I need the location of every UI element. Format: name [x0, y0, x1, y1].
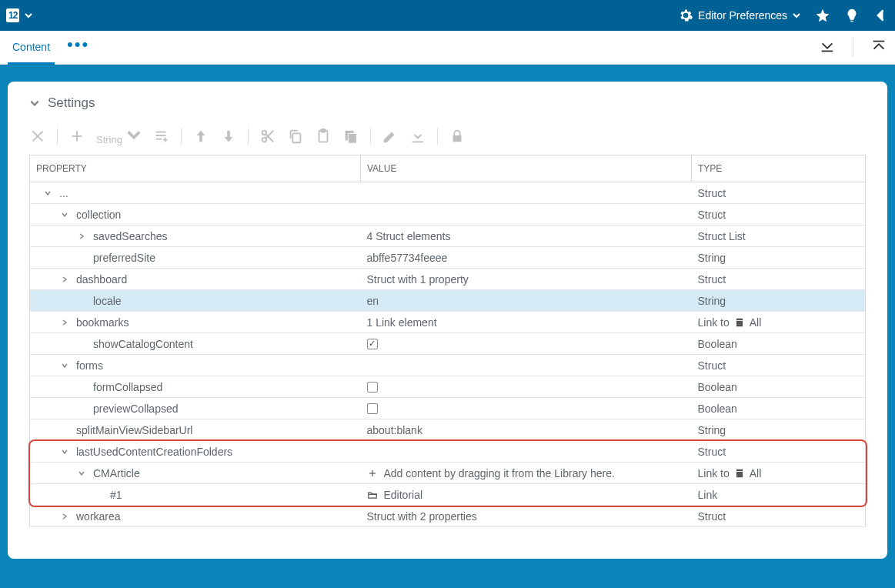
- list-add-icon: [153, 128, 170, 145]
- lock-icon: [449, 128, 466, 145]
- type-text: String: [698, 252, 726, 264]
- separator: [248, 128, 249, 145]
- editor-preferences-label: Editor Preferences: [698, 9, 787, 22]
- collapse-panel-button[interactable]: [873, 8, 889, 23]
- gear-icon: [678, 8, 693, 23]
- type-text: Link to: [698, 467, 730, 479]
- chevron-right-icon[interactable]: [59, 319, 70, 326]
- paste-icon: [315, 128, 332, 145]
- move-down-button[interactable]: [220, 128, 237, 145]
- table-row[interactable]: dashboardStruct with 1 propertyStruct: [30, 269, 866, 290]
- table-row[interactable]: savedSearches4 Struct elementsStruct Lis…: [30, 226, 866, 247]
- copy-icon: [287, 128, 304, 145]
- type-selector[interactable]: String: [96, 126, 142, 145]
- value-text: 4 Struct elements: [367, 230, 451, 242]
- section-header[interactable]: Settings: [29, 95, 866, 111]
- chevron-right-icon[interactable]: [59, 513, 70, 520]
- chevron-down-icon[interactable]: [59, 448, 70, 456]
- property-name: CMArticle: [93, 467, 140, 479]
- value-text: en: [367, 295, 379, 307]
- cut-button[interactable]: [259, 128, 276, 145]
- svg-rect-15: [292, 133, 300, 142]
- type-text: Struct: [698, 209, 726, 221]
- table-row[interactable]: preferredSiteabffe57734feeeeString: [30, 247, 866, 269]
- settings-table: PROPERTY VALUE TYPE ...StructcollectionS…: [29, 155, 866, 527]
- col-property[interactable]: PROPERTY: [30, 155, 361, 182]
- svg-rect-19: [348, 133, 356, 143]
- table-row[interactable]: bookmarks1 Link elementLink to All: [30, 312, 866, 333]
- value-text: about:blank: [367, 424, 422, 436]
- table-row[interactable]: showCatalogContentBoolean: [30, 333, 866, 355]
- section-title: Settings: [48, 95, 95, 111]
- separator: [57, 128, 58, 145]
- table-row[interactable]: CMArticle Add content by dragging it fro…: [30, 463, 866, 484]
- property-name: workarea: [76, 510, 121, 523]
- delete-button[interactable]: [29, 128, 46, 145]
- table-row[interactable]: localeenString: [30, 290, 866, 312]
- document-icon: [734, 317, 745, 328]
- logo-dropdown[interactable]: [24, 11, 33, 20]
- table-row[interactable]: ...Struct: [30, 182, 866, 204]
- svg-rect-20: [453, 135, 461, 142]
- value-text: Struct with 1 property: [367, 273, 469, 286]
- tab-content[interactable]: Content: [8, 30, 55, 65]
- chevron-down-bar-icon: [819, 38, 836, 55]
- property-name: lastUsedContentCreationFolders: [76, 446, 232, 458]
- lightbulb-icon: [844, 8, 860, 23]
- edit-button[interactable]: [382, 128, 399, 145]
- property-name: preferredSite: [93, 252, 155, 264]
- star-icon: [815, 8, 830, 23]
- value-text: abffe57734feeee: [367, 252, 448, 264]
- chevron-down-icon[interactable]: [59, 211, 70, 219]
- svg-rect-21: [736, 318, 743, 326]
- list-button[interactable]: [153, 128, 170, 145]
- value-text: Add content by dragging it from the Libr…: [384, 467, 615, 479]
- type-text: Boolean: [698, 403, 737, 415]
- arrow-down-icon: [220, 128, 237, 145]
- table-row[interactable]: workareaStruct with 2 propertiesStruct: [30, 506, 866, 527]
- chevron-down-icon[interactable]: [42, 189, 53, 197]
- svg-rect-17: [321, 129, 326, 132]
- add-button[interactable]: [68, 128, 85, 145]
- tab-more-button[interactable]: •••: [67, 35, 89, 55]
- table-row[interactable]: splitMainViewSidebarUrlabout:blankString: [30, 419, 866, 441]
- chevron-right-icon[interactable]: [59, 276, 70, 283]
- chevron-down-icon: [125, 126, 142, 143]
- download-button[interactable]: [409, 128, 426, 145]
- type-text: Struct: [698, 359, 726, 372]
- download-icon: [409, 128, 426, 145]
- expand-down-button[interactable]: [819, 38, 836, 57]
- type-suffix: All: [750, 467, 762, 479]
- value-text: 1 Link element: [367, 316, 437, 329]
- table-row[interactable]: lastUsedContentCreationFoldersStruct: [30, 441, 866, 463]
- chevron-left-icon: [873, 8, 889, 23]
- move-up-button[interactable]: [192, 128, 209, 145]
- favorites-button[interactable]: [815, 8, 830, 23]
- property-name: showCatalogContent: [93, 338, 193, 350]
- scissors-icon: [259, 128, 276, 145]
- hints-button[interactable]: [844, 8, 860, 23]
- lock-button[interactable]: [449, 128, 466, 145]
- editor-preferences-menu[interactable]: Editor Preferences: [678, 8, 801, 23]
- struct-toolbar: String: [29, 126, 866, 145]
- table-row[interactable]: formsStruct: [30, 355, 866, 376]
- copy-button[interactable]: [287, 128, 304, 145]
- type-text: Link to: [698, 316, 730, 329]
- paste-button[interactable]: [315, 128, 332, 145]
- chevron-right-icon[interactable]: [76, 232, 87, 240]
- property-name: bookmarks: [76, 316, 129, 329]
- table-row[interactable]: #1 EditorialLink: [30, 484, 866, 506]
- checkbox-checked-icon: [367, 339, 378, 349]
- duplicate-button[interactable]: [342, 128, 359, 145]
- document-icon: [734, 468, 745, 479]
- table-row[interactable]: previewCollapsedBoolean: [30, 398, 866, 419]
- type-text: Link: [698, 489, 718, 501]
- collapse-up-button[interactable]: [853, 38, 887, 57]
- separator: [181, 128, 182, 145]
- table-row[interactable]: collectionStruct: [30, 204, 866, 226]
- table-row[interactable]: formCollapsedBoolean: [30, 376, 866, 398]
- chevron-down-icon[interactable]: [59, 362, 70, 369]
- col-value[interactable]: VALUE: [361, 155, 692, 182]
- chevron-down-icon[interactable]: [76, 469, 87, 477]
- col-type[interactable]: TYPE: [692, 155, 866, 182]
